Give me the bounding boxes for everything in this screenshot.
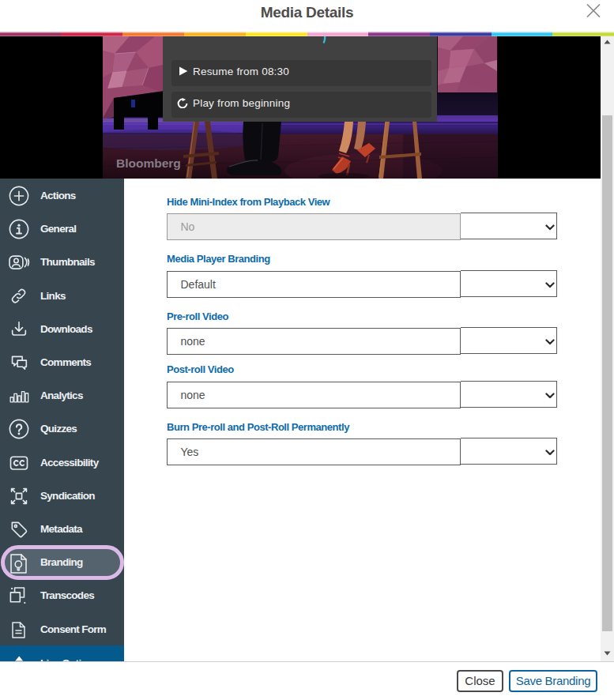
svg-text:Bloomberg: Bloomberg bbox=[116, 156, 181, 170]
